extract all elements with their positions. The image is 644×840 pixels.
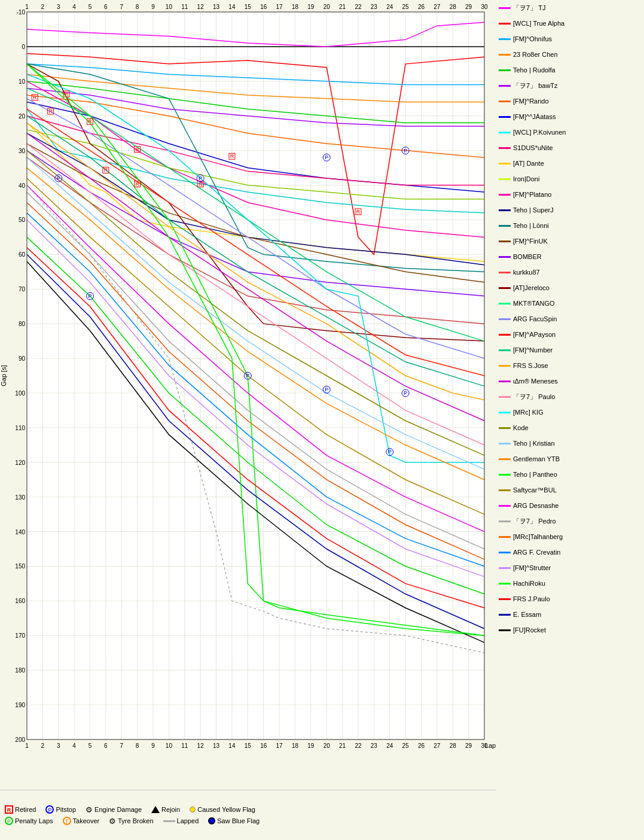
legend-driver-name: 23 Ro8er Chen	[513, 51, 558, 58]
legend-driver-name: [FM]^Number	[513, 346, 553, 354]
legend-item: Teho | Kristian	[496, 436, 644, 451]
legend-driver-name: Kode	[513, 424, 529, 431]
legend-color	[499, 567, 511, 569]
legend-color	[499, 334, 511, 336]
legend-engine: ⚙ Engine Damage	[86, 805, 142, 814]
legend-driver-name: [AT] Dante	[513, 160, 544, 167]
legend-driver-name: ιΔm® Meneses	[513, 378, 558, 385]
legend-item: [WCL] True Alpha	[496, 16, 644, 31]
legend-driver-name: ARG Desnashe	[513, 502, 558, 509]
legend-driver-name: Iron|Doni	[513, 175, 539, 182]
legend-color	[499, 458, 511, 460]
legend-driver-name: [MRc]Talhanberg	[513, 533, 563, 540]
legend-item: [AT]Jereloco	[496, 280, 644, 296]
legend-item: [MRc] KIG	[496, 404, 644, 420]
legend-rejoin: Rejoin	[151, 806, 180, 813]
legend-item: ARG Desnashe	[496, 498, 644, 513]
legend-driver-name: Saftycar™BUL	[513, 486, 557, 494]
legend-color	[499, 163, 511, 165]
legend-driver-name: Teho | Kristian	[513, 440, 555, 447]
legend-driver-name: Teho | Rudolfa	[513, 66, 556, 74]
legend-item: HachiRoku	[496, 576, 644, 591]
legend-driver-name: [WCL] True Alpha	[513, 20, 564, 27]
legend-driver-name: Gentleman YTB	[513, 455, 560, 462]
legend-item: S1DUS*uNite	[496, 140, 644, 156]
legend-item: Teho | Pantheo	[496, 467, 644, 482]
legend-item: ARG F. Crevatin	[496, 544, 644, 560]
legend-color	[499, 614, 511, 616]
legend-item: 23 Ro8er Chen	[496, 47, 644, 62]
legend-driver-name: [FM]^Strutter	[513, 564, 551, 571]
legend-color	[499, 225, 511, 227]
legend-color	[499, 365, 511, 367]
legend-driver-name: 「ヲ7」 Pedro	[513, 517, 556, 526]
legend-driver-name: [FM]^FinUK	[513, 238, 548, 245]
legend-color	[499, 147, 511, 149]
legend-driver-name: [FM]^APayson	[513, 331, 556, 338]
legend-item: ARG FacuSpin	[496, 311, 644, 327]
legend-item: E. Essam	[496, 607, 644, 622]
legend-item: [FM]^FinUK	[496, 233, 644, 249]
legend-item: [AT] Dante	[496, 156, 644, 171]
legend-color	[499, 7, 511, 9]
legend-driver-name: HachiRoku	[513, 580, 545, 587]
legend-lapped: Lapped	[163, 817, 199, 824]
legend-color	[499, 349, 511, 351]
legend-item: [FM]^^JÁatass	[496, 109, 644, 124]
legend-item: [FM]^Rando	[496, 93, 644, 109]
legend-color	[499, 241, 511, 242]
legend-color	[499, 552, 511, 553]
legend-color	[499, 443, 511, 445]
legend-color	[499, 489, 511, 491]
bottom-legend: R Retired P Pitstop ⚙ Engine Damage Rejo…	[0, 790, 496, 840]
legend-item: [FM]^Ohnifus	[496, 31, 644, 47]
legend-item: [FM]^APayson	[496, 327, 644, 342]
legend-item: 「ヲ7」 Paulo	[496, 389, 644, 404]
legend-driver-name: Teho | SuperJ	[513, 206, 554, 214]
legend-driver-name: [WCL] P.Koivunen	[513, 129, 566, 136]
legend-driver-name: 「ヲ7」 TJ	[513, 4, 545, 13]
legend-driver-name: [FU]Rocket	[513, 626, 546, 634]
legend-color	[499, 629, 511, 631]
legend-driver-name: MKT®TANGO	[513, 300, 555, 307]
legend-color	[499, 272, 511, 273]
legend-color	[499, 412, 511, 413]
legend-item: kurkku87	[496, 264, 644, 280]
legend-color	[499, 287, 511, 289]
legend-driver-name: Teho | Pantheo	[513, 471, 557, 478]
legend-driver-name: [FM]^Rando	[513, 98, 549, 105]
legend-color	[499, 116, 511, 118]
legend-pitstop: P Pitstop	[45, 805, 76, 814]
legend-item: Iron|Doni	[496, 171, 644, 187]
legend-item: BOMBER	[496, 249, 644, 264]
legend-takeover: T Takeover	[63, 817, 100, 825]
legend-item: [MRc]Talhanberg	[496, 529, 644, 544]
legend-color	[499, 54, 511, 56]
legend-driver-name: ARG F. Crevatin	[513, 549, 560, 556]
legend-driver-name: 「ヲ7」 bawTz	[513, 81, 558, 90]
legend-tyre: ⚙ Tyre Broken	[109, 817, 153, 826]
legend-yellow: Caused Yellow Flag	[190, 806, 255, 813]
legend-item: ιΔm® Meneses	[496, 373, 644, 389]
legend-driver-name: [FM]^Platano	[513, 191, 551, 198]
legend-color	[499, 536, 511, 538]
legend-retired: R Retired	[5, 805, 36, 814]
legend-color	[499, 209, 511, 211]
legend-color	[499, 583, 511, 585]
legend-item: 「ヲ7」 Pedro	[496, 513, 644, 529]
legend-item: Saftycar™BUL	[496, 482, 644, 498]
legend-color	[499, 85, 511, 87]
legend-blue-flag: Saw Blue Flag	[208, 817, 260, 824]
legend-driver-name: S1DUS*uNite	[513, 144, 553, 151]
legend-color	[499, 521, 511, 522]
legend-item: FRS S.Jose	[496, 358, 644, 373]
legend-color	[499, 194, 511, 196]
legend-color	[499, 427, 511, 429]
legend-item: Kode	[496, 420, 644, 436]
legend-item: [WCL] P.Koivunen	[496, 124, 644, 140]
legend-panel: 「ヲ7」 TJ[WCL] True Alpha[FM]^Ohnifus23 Ro…	[496, 0, 644, 790]
legend-driver-name: 「ヲ7」 Paulo	[513, 392, 555, 401]
legend-driver-name: FRS S.Jose	[513, 362, 548, 369]
legend-item: Gentleman YTB	[496, 451, 644, 467]
legend-item: [FM]^Number	[496, 342, 644, 358]
